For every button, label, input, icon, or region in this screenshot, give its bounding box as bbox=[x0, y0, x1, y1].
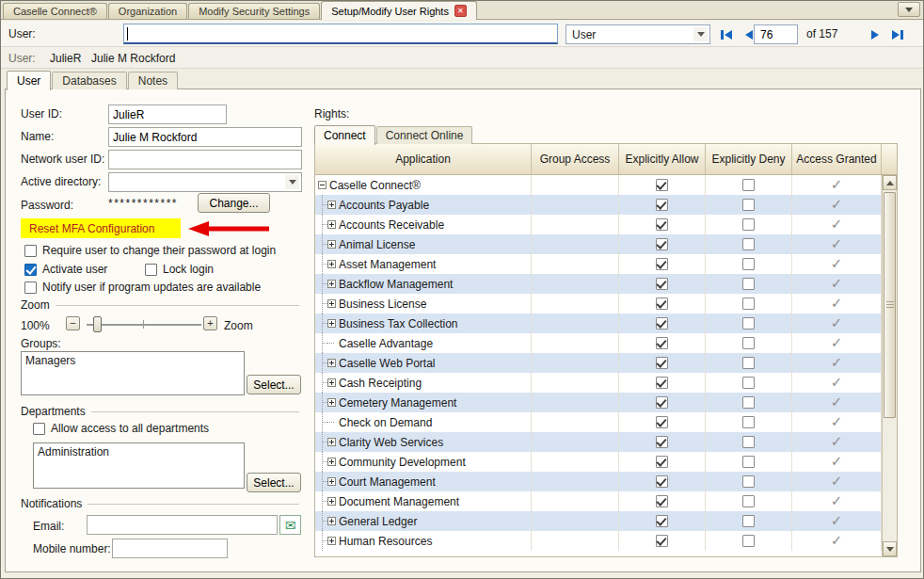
expand-icon[interactable] bbox=[327, 537, 336, 545]
user-search-input[interactable] bbox=[123, 24, 558, 44]
groups-select-button[interactable]: Select... bbox=[247, 375, 301, 394]
network-user-id-input[interactable] bbox=[108, 150, 302, 169]
expand-icon[interactable] bbox=[327, 517, 336, 525]
rights-row-document-management[interactable]: Document Management✓ bbox=[315, 491, 882, 511]
explicitly-deny-checkbox[interactable] bbox=[742, 416, 755, 428]
rights-row-asset-management[interactable]: Asset Management✓ bbox=[315, 254, 882, 274]
window-tab-caselle-connect[interactable]: Caselle Connect® bbox=[3, 3, 107, 19]
explicitly-deny-checkbox[interactable] bbox=[742, 357, 755, 369]
departments-listbox[interactable]: Administration bbox=[33, 442, 245, 489]
explicitly-allow-checkbox[interactable] bbox=[656, 278, 668, 290]
expand-icon[interactable] bbox=[327, 458, 336, 466]
expand-icon[interactable] bbox=[327, 497, 336, 506]
scrollbar-thumb[interactable] bbox=[884, 192, 896, 418]
explicitly-deny-checkbox[interactable] bbox=[742, 317, 755, 330]
explicitly-deny-checkbox[interactable] bbox=[742, 436, 755, 448]
explicitly-deny-checkbox[interactable] bbox=[742, 456, 755, 468]
rights-row-accounts-payable[interactable]: Accounts Payable✓ bbox=[315, 195, 882, 215]
zoom-slider-thumb[interactable] bbox=[93, 316, 102, 332]
allow-all-departments-checkbox[interactable] bbox=[33, 423, 45, 435]
expand-icon[interactable] bbox=[327, 260, 336, 268]
tab-close-icon[interactable]: ✕ bbox=[454, 5, 467, 17]
change-password-button[interactable]: Change... bbox=[198, 193, 270, 213]
rights-row-cemetery-management[interactable]: Cemetery Management✓ bbox=[315, 393, 882, 412]
explicitly-deny-checkbox[interactable] bbox=[742, 377, 755, 389]
zoom-out-button[interactable]: − bbox=[66, 316, 80, 330]
list-item-administration[interactable]: Administration bbox=[38, 445, 240, 459]
detail-tab-user[interactable]: User bbox=[7, 71, 51, 90]
explicitly-deny-checkbox[interactable] bbox=[742, 218, 755, 231]
rights-row-backflow-management[interactable]: Backflow Management✓ bbox=[315, 274, 882, 294]
search-field-selector[interactable]: User bbox=[566, 24, 710, 44]
explicitly-deny-checkbox[interactable] bbox=[742, 337, 755, 349]
expand-icon[interactable] bbox=[327, 201, 336, 209]
require-change-checkbox[interactable] bbox=[24, 245, 37, 257]
explicitly-allow-checkbox[interactable] bbox=[656, 396, 668, 409]
expand-icon[interactable] bbox=[327, 438, 336, 446]
explicitly-deny-checkbox[interactable] bbox=[742, 475, 755, 488]
rights-scrollbar[interactable] bbox=[882, 175, 897, 556]
explicitly-allow-checkbox[interactable] bbox=[656, 357, 668, 369]
explicitly-allow-checkbox[interactable] bbox=[656, 218, 668, 231]
expand-icon[interactable] bbox=[327, 280, 336, 288]
rights-row-cash-receipting[interactable]: Cash Receipting✓ bbox=[315, 373, 882, 393]
explicitly-allow-checkbox[interactable] bbox=[656, 258, 668, 270]
column-header-access-granted[interactable]: Access Granted bbox=[792, 144, 882, 174]
explicitly-deny-checkbox[interactable] bbox=[742, 535, 755, 547]
explicitly-allow-checkbox[interactable] bbox=[656, 416, 668, 428]
column-header-group-access[interactable]: Group Access bbox=[532, 144, 619, 174]
rights-tab-connect-online[interactable]: Connect Online bbox=[376, 126, 473, 144]
expand-icon[interactable] bbox=[327, 220, 336, 229]
groups-listbox[interactable]: Managers bbox=[21, 351, 245, 395]
explicitly-deny-checkbox[interactable] bbox=[742, 515, 755, 527]
expand-icon[interactable] bbox=[327, 477, 336, 486]
explicitly-allow-checkbox[interactable] bbox=[656, 298, 668, 310]
explicitly-deny-checkbox[interactable] bbox=[742, 258, 755, 270]
rights-row-community-development[interactable]: Community Development✓ bbox=[315, 452, 882, 472]
rights-row-caselle-advantage[interactable]: Caselle Advantage✓ bbox=[315, 333, 882, 353]
rights-row-check-on-demand[interactable]: Check on Demand✓ bbox=[315, 412, 882, 432]
expand-icon[interactable] bbox=[327, 240, 336, 249]
reset-mfa-link[interactable]: Reset MFA Configuration bbox=[21, 218, 181, 238]
window-tab-setup-modify-user-rights[interactable]: Setup/Modify User Rights✕ bbox=[321, 1, 477, 20]
rights-row-human-resources[interactable]: Human Resources✓ bbox=[315, 531, 882, 551]
explicitly-allow-checkbox[interactable] bbox=[656, 238, 668, 250]
rights-tab-connect[interactable]: Connect bbox=[314, 125, 375, 145]
column-header-application[interactable]: Application bbox=[315, 144, 532, 174]
activate-user-checkbox[interactable] bbox=[24, 264, 37, 276]
zoom-slider-track[interactable] bbox=[87, 324, 201, 326]
last-record-button[interactable] bbox=[887, 25, 907, 43]
explicitly-allow-checkbox[interactable] bbox=[656, 456, 668, 468]
column-header-explicitly-allow[interactable]: Explicitly Allow bbox=[619, 144, 706, 174]
explicitly-deny-checkbox[interactable] bbox=[742, 199, 755, 211]
explicitly-allow-checkbox[interactable] bbox=[656, 535, 668, 547]
rights-row-caselle-web-portal[interactable]: Caselle Web Portal✓ bbox=[315, 353, 882, 373]
explicitly-allow-checkbox[interactable] bbox=[656, 317, 668, 330]
explicitly-allow-checkbox[interactable] bbox=[656, 475, 668, 488]
email-input[interactable] bbox=[87, 515, 278, 535]
rights-row-business-tax-collection[interactable]: Business Tax Collection✓ bbox=[315, 314, 882, 333]
user-id-input[interactable] bbox=[108, 105, 227, 124]
expand-icon[interactable] bbox=[327, 359, 336, 367]
mobile-number-input[interactable] bbox=[112, 539, 228, 558]
send-email-button[interactable]: ✉ bbox=[279, 515, 301, 535]
explicitly-deny-checkbox[interactable] bbox=[742, 179, 755, 191]
notify-updates-checkbox[interactable] bbox=[24, 281, 37, 294]
explicitly-allow-checkbox[interactable] bbox=[656, 337, 668, 349]
record-number-input[interactable] bbox=[754, 24, 798, 44]
detail-tab-databases[interactable]: Databases bbox=[52, 72, 126, 89]
name-input[interactable] bbox=[108, 127, 302, 147]
explicitly-allow-checkbox[interactable] bbox=[656, 179, 668, 191]
zoom-in-button[interactable]: + bbox=[203, 316, 217, 330]
rights-row-accounts-receivable[interactable]: Accounts Receivable✓ bbox=[315, 215, 882, 234]
lock-login-checkbox[interactable] bbox=[145, 264, 157, 276]
expand-icon[interactable] bbox=[327, 378, 336, 387]
window-tab-modify-security-settings[interactable]: Modify Security Settings bbox=[188, 3, 320, 19]
explicitly-deny-checkbox[interactable] bbox=[742, 495, 755, 507]
rights-row-general-ledger[interactable]: General Ledger✓ bbox=[315, 511, 882, 531]
explicitly-deny-checkbox[interactable] bbox=[742, 278, 755, 290]
explicitly-deny-checkbox[interactable] bbox=[742, 298, 755, 310]
list-item-managers[interactable]: Managers bbox=[25, 354, 240, 368]
explicitly-allow-checkbox[interactable] bbox=[656, 377, 668, 389]
next-record-button[interactable] bbox=[865, 25, 884, 43]
